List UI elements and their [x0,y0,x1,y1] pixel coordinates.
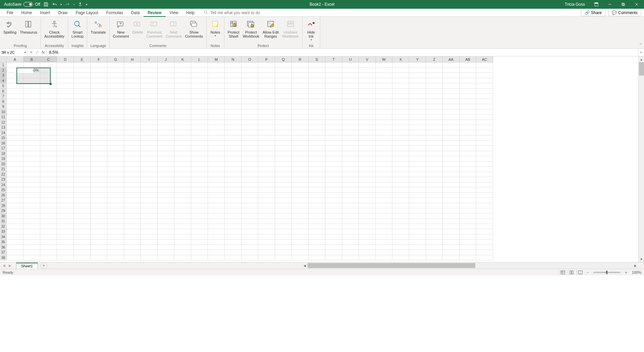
cell[interactable] [275,89,292,94]
cell[interactable] [174,89,191,94]
cell[interactable] [292,78,309,84]
cell[interactable] [40,250,57,255]
cell[interactable] [292,234,309,240]
cell[interactable] [409,130,426,136]
column-header[interactable]: G [107,56,124,62]
cell[interactable] [359,162,376,167]
cell[interactable] [392,214,409,219]
cell[interactable] [409,172,426,177]
cell[interactable] [174,177,191,182]
cell[interactable] [460,115,476,120]
cell[interactable] [426,104,443,109]
cell[interactable] [342,250,359,255]
cell[interactable] [40,151,57,157]
normal-view-button[interactable] [559,269,567,275]
cell[interactable] [342,224,359,229]
cell[interactable] [124,115,141,120]
cell[interactable] [443,120,460,125]
cell[interactable] [443,68,460,73]
cell[interactable] [275,224,292,229]
cell[interactable] [376,104,392,109]
cell[interactable] [443,187,460,193]
scroll-right-button[interactable]: ▶ [633,264,638,267]
cell[interactable] [57,208,74,214]
cell[interactable] [141,193,158,198]
cell[interactable] [174,162,191,167]
cell[interactable] [74,203,91,209]
cell[interactable] [258,234,275,240]
cell[interactable] [225,73,241,78]
row-header[interactable]: 25 [0,187,7,193]
cell[interactable] [376,135,392,141]
cell[interactable] [476,89,493,94]
row-header[interactable]: 22 [0,172,7,177]
cell[interactable] [409,203,426,209]
cell[interactable] [174,182,191,188]
column-header[interactable]: D [57,56,74,62]
cell[interactable] [258,141,275,146]
cell[interactable] [174,239,191,245]
cell[interactable] [426,141,443,146]
row-header[interactable]: 1 [0,62,7,68]
cell[interactable] [376,141,392,146]
cell[interactable] [309,219,325,224]
row-header[interactable]: 24 [0,182,7,188]
cell[interactable] [191,182,208,188]
cell[interactable] [158,177,174,182]
cell[interactable] [174,125,191,130]
cell[interactable] [376,172,392,177]
cell[interactable] [23,182,40,188]
cell[interactable] [409,224,426,229]
cell[interactable] [292,167,309,172]
cell[interactable] [426,146,443,151]
cell[interactable] [191,68,208,73]
cell[interactable] [241,151,258,157]
cell[interactable] [57,104,74,109]
cell[interactable] [292,115,309,120]
cell[interactable] [208,219,225,224]
cell[interactable] [392,255,409,261]
column-header[interactable]: E [74,56,91,62]
cell[interactable] [443,177,460,182]
cell[interactable] [57,125,74,130]
cell[interactable] [40,203,57,209]
zoom-in-button[interactable]: + [624,270,628,274]
cell[interactable] [107,120,124,125]
cell[interactable] [443,245,460,250]
cell[interactable] [392,203,409,209]
cell[interactable] [309,62,325,68]
cell[interactable] [124,229,141,234]
cell[interactable] [309,177,325,182]
cell[interactable] [208,141,225,146]
cell[interactable] [124,239,141,245]
cell[interactable] [174,193,191,198]
cell[interactable] [376,187,392,193]
cell[interactable] [158,162,174,167]
cell[interactable] [376,125,392,130]
cell[interactable] [7,125,23,130]
cell[interactable] [460,245,476,250]
cell[interactable] [275,125,292,130]
cell[interactable] [91,78,107,84]
cell[interactable] [275,146,292,151]
cell[interactable] [392,250,409,255]
cell[interactable] [141,94,158,99]
cell[interactable] [241,214,258,219]
cell[interactable] [124,193,141,198]
cell[interactable] [158,146,174,151]
cell[interactable] [325,234,342,240]
cell[interactable] [141,146,158,151]
row-header[interactable]: 4 [0,78,7,84]
cell[interactable] [208,99,225,104]
cell[interactable] [460,162,476,167]
cell[interactable] [191,109,208,115]
cell[interactable] [309,135,325,141]
cell[interactable] [57,229,74,234]
cell[interactable] [174,78,191,84]
cell[interactable] [208,62,225,68]
cell[interactable] [74,89,91,94]
cell[interactable] [359,255,376,261]
cell[interactable] [392,94,409,99]
cell[interactable] [376,229,392,234]
cell[interactable] [241,120,258,125]
